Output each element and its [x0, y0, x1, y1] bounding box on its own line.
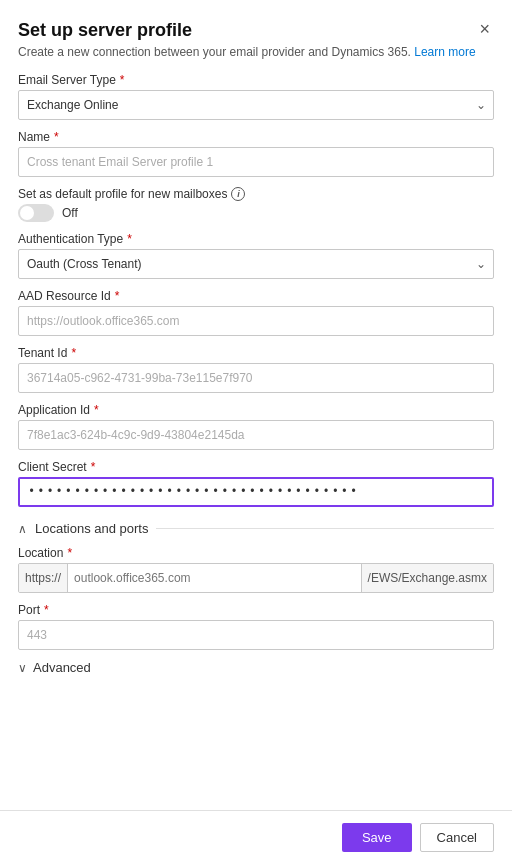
- aad-resource-id-field: AAD Resource Id *: [18, 289, 494, 336]
- toggle-slider: [18, 204, 54, 222]
- dialog-header: Set up server profile ×: [18, 20, 494, 41]
- chevron-down-icon: ∨: [18, 661, 27, 675]
- client-secret-field: Client Secret *: [18, 460, 494, 507]
- dialog-subtitle: Create a new connection between your ema…: [18, 45, 494, 59]
- authentication-type-select[interactable]: Oauth (Cross Tenant) OAuth Basic Authent…: [18, 249, 494, 279]
- port-field: Port *: [18, 603, 494, 650]
- setup-server-profile-dialog: Set up server profile × Create a new con…: [0, 0, 512, 864]
- application-id-field: Application Id *: [18, 403, 494, 450]
- advanced-section[interactable]: ∨ Advanced: [18, 660, 494, 675]
- aad-resource-id-label: AAD Resource Id *: [18, 289, 494, 303]
- divider-line: [156, 528, 494, 529]
- email-server-type-label: Email Server Type *: [18, 73, 494, 87]
- location-suffix: /EWS/Exchange.asmx: [361, 564, 493, 592]
- client-secret-input[interactable]: [18, 477, 494, 507]
- required-marker: *: [127, 232, 132, 246]
- info-icon[interactable]: i: [231, 187, 245, 201]
- learn-more-link[interactable]: Learn more: [414, 45, 475, 59]
- default-profile-field: Set as default profile for new mailboxes…: [18, 187, 494, 222]
- name-input[interactable]: [18, 147, 494, 177]
- email-server-type-select-wrapper: Exchange Online SMTP POP3/SMTP ⌄: [18, 90, 494, 120]
- location-field: Location * https:// /EWS/Exchange.asmx: [18, 546, 494, 593]
- tenant-id-label: Tenant Id *: [18, 346, 494, 360]
- port-input[interactable]: [18, 620, 494, 650]
- email-server-type-select[interactable]: Exchange Online SMTP POP3/SMTP: [18, 90, 494, 120]
- aad-resource-id-input[interactable]: [18, 306, 494, 336]
- required-marker: *: [115, 289, 120, 303]
- save-button[interactable]: Save: [342, 823, 412, 852]
- required-marker: *: [54, 130, 59, 144]
- location-prefix: https://: [19, 564, 68, 592]
- location-label: Location *: [18, 546, 494, 560]
- authentication-type-label: Authentication Type *: [18, 232, 494, 246]
- port-label: Port *: [18, 603, 494, 617]
- location-middle-input[interactable]: [68, 564, 361, 592]
- application-id-label: Application Id *: [18, 403, 494, 417]
- location-row: https:// /EWS/Exchange.asmx: [18, 563, 494, 593]
- close-button[interactable]: ×: [475, 20, 494, 38]
- required-marker: *: [44, 603, 49, 617]
- toggle-row: Off: [18, 204, 494, 222]
- chevron-up-icon: ∧: [18, 522, 27, 536]
- locations-ports-label: Locations and ports: [35, 521, 148, 536]
- client-secret-label: Client Secret *: [18, 460, 494, 474]
- cancel-button[interactable]: Cancel: [420, 823, 494, 852]
- default-profile-toggle[interactable]: [18, 204, 54, 222]
- dialog-footer: Save Cancel: [0, 810, 512, 864]
- required-marker: *: [91, 460, 96, 474]
- required-marker: *: [94, 403, 99, 417]
- name-field: Name *: [18, 130, 494, 177]
- advanced-label: Advanced: [33, 660, 91, 675]
- default-profile-label: Set as default profile for new mailboxes…: [18, 187, 494, 201]
- tenant-id-input[interactable]: [18, 363, 494, 393]
- required-marker: *: [67, 546, 72, 560]
- name-label: Name *: [18, 130, 494, 144]
- required-marker: *: [120, 73, 125, 87]
- authentication-type-select-wrapper: Oauth (Cross Tenant) OAuth Basic Authent…: [18, 249, 494, 279]
- authentication-type-field: Authentication Type * Oauth (Cross Tenan…: [18, 232, 494, 279]
- application-id-input[interactable]: [18, 420, 494, 450]
- toggle-off-label: Off: [62, 206, 78, 220]
- required-marker: *: [71, 346, 76, 360]
- tenant-id-field: Tenant Id *: [18, 346, 494, 393]
- dialog-title: Set up server profile: [18, 20, 192, 41]
- locations-ports-section[interactable]: ∧ Locations and ports: [18, 521, 494, 536]
- email-server-type-field: Email Server Type * Exchange Online SMTP…: [18, 73, 494, 120]
